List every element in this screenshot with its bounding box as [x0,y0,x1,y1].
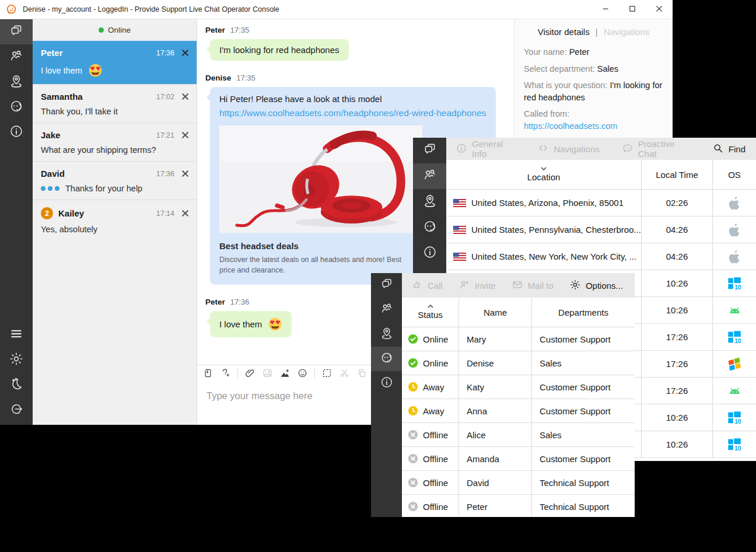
window-close-button[interactable] [646,0,673,19]
local-time-cell: 17:26 [642,351,713,377]
operators-sidebar-item-visitors[interactable] [371,298,402,322]
os-cell: 10 [713,431,756,457]
chats-icon [380,277,394,294]
visitor-field-link[interactable]: https://coolheadsets.com [524,121,617,131]
operator-row[interactable]: OfflineAliceSales [402,423,635,447]
column-header-label: Local Time [656,170,698,180]
us-flag-icon [453,226,466,234]
column-header-local-time[interactable]: Local Time [642,160,713,189]
chat-item-preview: Yes, absolutely [41,225,189,234]
main-sidebar-item-operators[interactable] [0,95,33,120]
main-sidebar-item-logout[interactable] [0,397,33,422]
chat-item-time: 17:21 [156,131,174,139]
status-cell: Online [402,351,459,375]
sidebar-top-group [0,19,33,145]
close-chat-icon[interactable] [181,49,189,57]
emoji-icon[interactable] [297,368,308,379]
os-cell [713,297,756,323]
chat-item-time: 17:14 [156,209,174,218]
chat-list-item[interactable]: 2Kailey17:14Yes, absolutely [33,200,197,240]
visitor-field-label: Select department: [524,64,597,74]
us-flag-icon [453,253,466,261]
main-sidebar-item-menu[interactable] [0,322,33,347]
operator-row[interactable]: AwayAnnaCustomer Support [402,399,635,423]
close-chat-icon[interactable] [181,170,189,177]
operators-options-button[interactable]: Options... [569,279,623,292]
local-time-cell: 04:26 [642,216,713,243]
visitor-row[interactable]: United States, Pennsylvania, Chesterbroo… [446,216,756,243]
operators-sidebar-item-info[interactable] [371,371,402,396]
close-chat-icon[interactable] [181,209,189,217]
select-area-icon[interactable] [321,368,332,379]
column-header-name[interactable]: Name [459,298,532,327]
push-image-icon[interactable] [279,368,290,379]
gear-icon [9,351,24,369]
os-cell [713,351,756,377]
visitors-find-label: Find [729,144,746,154]
apple-icon [727,222,742,237]
windows10-icon: 10 [727,410,742,425]
message-sender: Peter [205,298,225,306]
message-group: Peter17:35I'm looking for red headphones [205,26,502,61]
visitor-row[interactable]: United States, New York, New York City, … [446,243,756,270]
tab-visitor-details[interactable]: Visitor details [538,27,590,37]
svg-text:10: 10 [734,284,741,291]
operators-invite-label: Invite [475,281,496,291]
add-canned-response-icon[interactable] [220,368,231,379]
visitor-field-value: Sales [597,64,618,74]
insert-image-icon [262,368,273,379]
chat-list-item[interactable]: Jake17:21What are your shipping terms? [33,123,197,161]
canned-response-icon[interactable] [202,368,214,379]
close-chat-icon[interactable] [181,93,189,100]
main-sidebar-item-visitors[interactable] [0,44,33,69]
main-sidebar-item-settings[interactable] [0,347,33,372]
department-cell: Technical Support [532,471,635,494]
operator-row[interactable]: OfflineAmandaCustomer Support [402,447,635,471]
titlebar[interactable]: Denise - my_account - LoggedIn - Provide… [0,0,673,19]
column-header-departments[interactable]: Departments [532,298,635,327]
operator-row[interactable]: OnlineMaryCustomer Support [402,327,635,351]
message-text: Hi Peter! Please have a look at this mod… [219,94,487,104]
attach-file-icon[interactable] [244,368,256,379]
operator-status[interactable]: Online [33,19,197,41]
visitors-sidebar-item-visitors[interactable] [413,163,446,189]
column-header-label: OS [728,170,741,180]
operators-sidebar-item-geo[interactable] [371,322,402,347]
column-header-location[interactable]: Location [446,160,642,189]
main-sidebar-item-theme[interactable] [0,372,33,397]
operators-sidebar-item-chats[interactable] [371,273,402,298]
operators-sidebar-item-operators[interactable] [371,347,402,371]
operator-row[interactable]: OfflinePeterTechnical Support [402,495,635,517]
operator-row[interactable]: OnlineDeniseSales [402,351,635,375]
people-search-icon [9,48,24,66]
main-sidebar-item-geo[interactable] [0,69,33,95]
visitors-find-button[interactable]: Find [712,142,746,156]
window-minimize-button[interactable] [592,0,619,19]
operator-headset-icon [9,99,24,116]
visitors-sidebar-item-chats[interactable] [413,138,446,163]
visitors-sidebar-item-geo[interactable] [413,189,446,215]
close-chat-icon[interactable] [181,131,189,139]
chat-list-item[interactable]: David17:36Thanks for your help [33,161,197,200]
visitors-sidebar-item-operators[interactable] [413,215,446,240]
message-link[interactable]: https://www.coolheadsets.com/headphones/… [219,108,487,118]
visitors-proactive-chat-label: Proactive Chat [638,139,690,159]
local-time-cell: 10:26 [642,431,713,457]
operator-row[interactable]: AwayKatyCustomer Support [402,375,635,399]
main-sidebar-item-chats[interactable] [0,19,33,44]
maximize-icon [629,4,636,15]
main-sidebar-item-info[interactable] [0,120,33,145]
status-away-icon [408,382,418,392]
svg-text:10: 10 [734,445,741,452]
visitors-sidebar-item-info[interactable] [413,240,446,266]
visitor-row[interactable]: United States, Arizona, Phoenix, 8500102… [446,190,756,216]
toolbar-separator [237,368,238,378]
chat-list-item[interactable]: Peter17:36I love them [33,41,197,84]
operator-row[interactable]: OfflineDavidTechnical Support [402,471,635,495]
tab-navigations[interactable]: Navigations [604,27,649,37]
chat-list-item[interactable]: Samantha17:02Thank you, I'll take it [33,84,197,123]
column-header-status[interactable]: Status [402,298,459,327]
window-maximize-button[interactable] [619,0,646,19]
status-cell: Offline [402,447,459,470]
column-header-os[interactable]: OS [713,160,756,189]
